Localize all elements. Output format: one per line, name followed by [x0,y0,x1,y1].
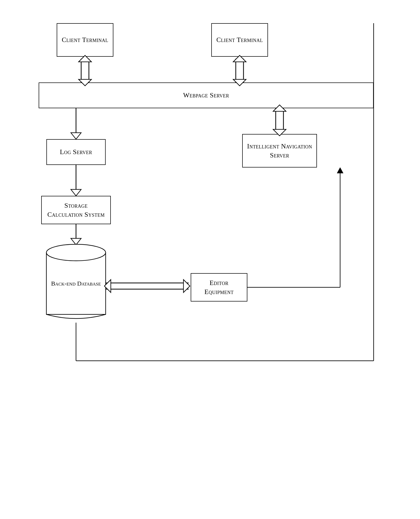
storage-calc-box: StorageCalculation System [41,196,111,224]
svg-marker-32 [337,168,343,173]
svg-marker-29 [183,280,190,292]
svg-text:Back-end Database: Back-end Database [51,280,101,287]
svg-rect-23 [46,253,106,314]
intelligent-nav-label: Intelligent NavigationServer [247,142,312,160]
log-server-box: Log Server [46,139,106,165]
svg-marker-20 [71,189,81,196]
log-server-label: Log Server [60,147,92,156]
diagram-container: Client Terminal Client Terminal Webpage … [31,15,389,505]
client-terminal-1-box: Client Terminal [57,23,113,57]
editor-equipment-label: EditorEquipment [204,278,233,296]
webpage-server-box: Webpage Server [39,82,374,108]
intelligent-nav-box: Intelligent NavigationServer [242,134,317,168]
client-terminal-2-box: Client Terminal [211,23,268,57]
svg-marker-28 [104,280,111,292]
storage-calc-label: StorageCalculation System [47,201,105,219]
svg-point-24 [46,244,106,261]
svg-marker-22 [71,238,81,245]
svg-marker-18 [71,133,81,139]
webpage-server-label: Webpage Server [183,91,229,100]
client-terminal-2-label: Client Terminal [216,35,263,44]
editor-equipment-box: EditorEquipment [191,273,247,302]
client-terminal-1-label: Client Terminal [62,35,108,44]
